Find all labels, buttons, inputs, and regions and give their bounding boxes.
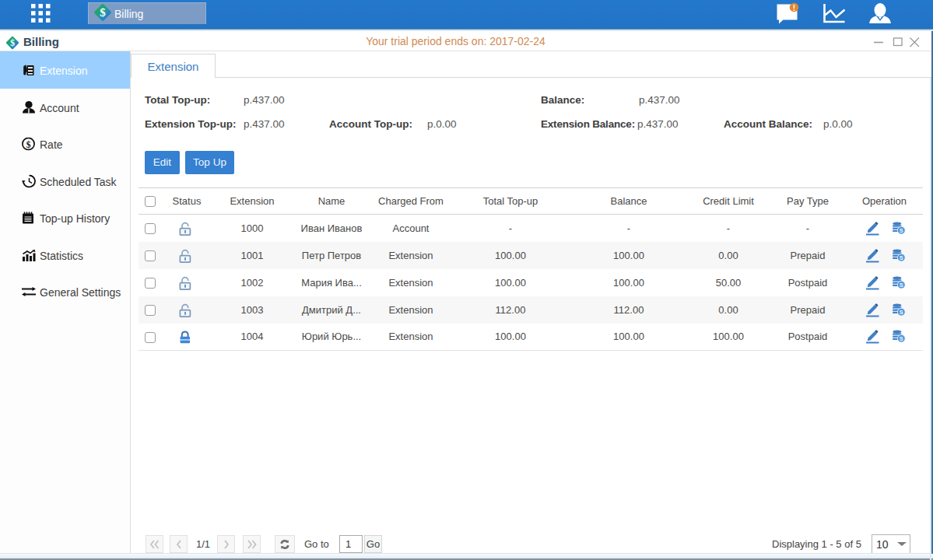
svg-text:$: $: [26, 140, 31, 149]
svg-text:$: $: [100, 6, 106, 19]
svg-text:!: !: [793, 4, 795, 12]
